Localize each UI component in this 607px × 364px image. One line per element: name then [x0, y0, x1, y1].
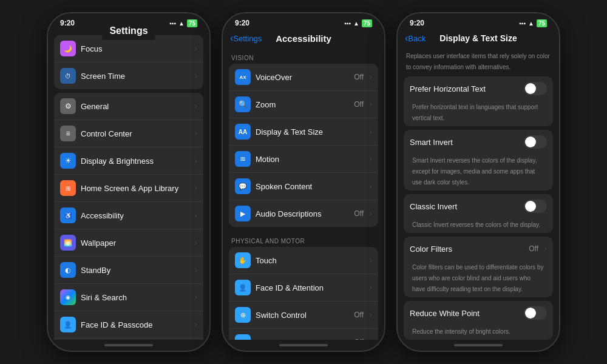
signal-icon: ▪▪▪	[519, 20, 526, 27]
accessibility-list[interactable]: VISION AX VoiceOver Off › 🔍 Zoom Off ›	[223, 47, 384, 340]
accessibility-label: Accessibility	[81, 211, 189, 220]
list-item[interactable]: ☀ Display & Brightness ›	[54, 147, 203, 175]
list-item[interactable]: Smart Invert	[404, 130, 553, 154]
display-text-list[interactable]: Replaces user interface items that rely …	[398, 47, 559, 340]
chevron-icon: ›	[195, 44, 197, 53]
smart-invert-toggle[interactable]	[524, 135, 547, 149]
nav-bar-1: Settings	[48, 30, 209, 35]
wifi-icon: ▲	[528, 20, 534, 27]
siri-icon: ◉	[60, 289, 76, 305]
list-item[interactable]: Classic Invert	[404, 194, 553, 218]
list-item[interactable]: ≡ Control Center ›	[54, 120, 203, 147]
list-item[interactable]: ▶ Audio Descriptions Off ›	[229, 200, 378, 227]
chevron-icon: ›	[195, 102, 197, 110]
signal-icon: ▪▪▪	[344, 20, 351, 27]
list-item[interactable]: ⊞ Home Screen & App Library ›	[54, 175, 203, 202]
top-desc-text: Replaces user interface items that rely …	[406, 53, 550, 70]
nav-title-1: Settings	[102, 23, 155, 40]
screentime-icon: ⏱	[60, 68, 76, 84]
list-item[interactable]: ≋ Motion ›	[229, 146, 378, 173]
status-icons-2: ▪▪▪ ▲ 75	[344, 19, 372, 27]
switch-value: Off	[354, 311, 364, 319]
chevron-icon: ›	[195, 293, 197, 302]
list-item[interactable]: 👤 Face ID & Attention ›	[229, 274, 378, 302]
reduce-white-group: Reduce White Point	[404, 301, 553, 325]
general-label: General	[81, 102, 189, 111]
smart-invert-group: Smart Invert	[404, 130, 553, 154]
status-icons-1: ▪▪▪ ▲ 75	[169, 19, 197, 27]
homescreen-label: Home Screen & App Library	[81, 184, 189, 193]
chevron-icon: ›	[370, 73, 372, 81]
zoom-icon: 🔍	[235, 96, 251, 112]
displaytext-label: Display & Text Size	[256, 127, 364, 136]
list-item[interactable]: 👤 Face ID & Passcode ›	[54, 311, 203, 339]
list-item[interactable]: ✋ Touch ›	[229, 247, 378, 274]
list-item[interactable]: Prefer Horizontal Text	[404, 76, 553, 101]
chevron-icon: ›	[370, 283, 372, 292]
spoken-label: Spoken Content	[256, 182, 364, 191]
back-label-3: Back	[408, 34, 426, 43]
back-button-3[interactable]: ‹ Back	[405, 33, 426, 44]
focus-label: Focus	[81, 44, 189, 53]
wallpaper-label: Wallpaper	[81, 238, 189, 248]
list-item[interactable]: Color Filters Off ›	[404, 237, 553, 261]
list-item[interactable]: ⚙ General ›	[54, 93, 203, 120]
time-3: 9:20	[410, 19, 424, 27]
list-item[interactable]: AA Display & Text Size ›	[229, 118, 378, 146]
faceid2-label: Face ID & Attention	[256, 283, 364, 292]
voiceover-label: VoiceOver	[256, 73, 349, 82]
vision-header: VISION	[223, 47, 384, 64]
list-item[interactable]: ◉ Siri & Search ›	[54, 284, 203, 311]
controlcenter-icon: ≡	[60, 126, 76, 141]
phone-3: 9:20 ▪▪▪ ▲ 75 ‹ Back Display & Text Size…	[396, 12, 560, 352]
phone-2: 9:20 ▪▪▪ ▲ 75 ‹ Settings Accessibility V…	[222, 12, 385, 352]
battery-2: 75	[362, 19, 372, 27]
status-bar-2: 9:20 ▪▪▪ ▲ 75	[223, 13, 384, 30]
home-indicator-1	[48, 340, 209, 351]
list-item[interactable]: ◐ StandBy ›	[54, 257, 203, 284]
siri-label: Siri & Search	[81, 293, 189, 302]
chevron-icon: ›	[195, 72, 197, 80]
color-filters-desc-text: Color filters can be used to differentia…	[412, 264, 544, 292]
classic-invert-desc-text: Classic Invert reverses the colors of th…	[412, 221, 540, 228]
color-filters-label: Color Filters	[410, 244, 524, 254]
display-icon: ☀	[60, 153, 76, 169]
list-item[interactable]: 🌅 Wallpaper ›	[54, 229, 203, 257]
home-indicator-3	[398, 340, 559, 351]
home-bar-3	[454, 344, 503, 346]
top-description: Replaces user interface items that rely …	[398, 47, 559, 76]
physical-group: ✋ Touch › 👤 Face ID & Attention › ⊕ Swit…	[229, 247, 378, 340]
wallpaper-icon: 🌅	[60, 235, 76, 251]
list-item[interactable]: ⏱ Screen Time ›	[54, 62, 203, 89]
classic-invert-toggle[interactable]	[524, 200, 547, 213]
controlcenter-label: Control Center	[81, 129, 189, 138]
back-label-2: Settings	[233, 34, 262, 43]
classic-invert-desc: Classic Invert reverses the colors of th…	[404, 218, 553, 233]
focus-icon: 🌙	[60, 41, 76, 56]
list-item[interactable]: ⊕ Switch Control Off ›	[229, 302, 378, 329]
home-indicator-2	[223, 340, 384, 351]
prefer-horizontal-toggle[interactable]	[524, 82, 547, 95]
general-icon: ⚙	[60, 98, 76, 114]
chevron-icon: ›	[370, 209, 372, 218]
back-button-2[interactable]: ‹ Settings	[230, 33, 262, 44]
chevron-icon: ›	[195, 184, 197, 192]
list-item[interactable]: AX VoiceOver Off ›	[229, 64, 378, 91]
battery-3: 75	[537, 19, 547, 27]
voice-icon: 🎙	[235, 334, 251, 340]
standby-icon: ◐	[60, 262, 76, 278]
list-item[interactable]: Reduce White Point	[404, 301, 553, 325]
list-item[interactable]: ♿ Accessibility ›	[54, 202, 203, 229]
settings-list-1[interactable]: 🌙 Focus › ⏱ Screen Time › ⚙ General ›	[48, 35, 209, 340]
list-item[interactable]: 🔍 Zoom Off ›	[229, 91, 378, 118]
classic-invert-label: Classic Invert	[410, 202, 519, 211]
status-bar-3: 9:20 ▪▪▪ ▲ 75	[398, 13, 559, 30]
reduce-white-toggle[interactable]	[524, 306, 547, 320]
chevron-icon: ›	[370, 155, 372, 163]
list-item[interactable]: 💬 Spoken Content ›	[229, 173, 378, 200]
nav-bar-2: ‹ Settings Accessibility	[223, 30, 384, 47]
list-item[interactable]: 🎙 Voice Control Off ›	[229, 329, 378, 340]
signal-icon: ▪▪▪	[169, 20, 176, 27]
smart-invert-desc: Smart Invert reverses the colors of the …	[404, 154, 553, 190]
color-filters-value: Off	[529, 244, 538, 253]
